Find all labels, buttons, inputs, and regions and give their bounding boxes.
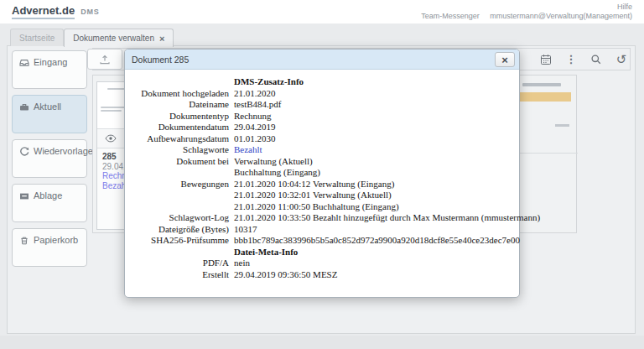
refresh-icon [19,147,29,157]
briefcase-icon [19,102,29,112]
team-messenger-link[interactable]: Team-Messenger [421,12,480,20]
upload-icon [99,55,111,65]
modal-close-button[interactable]: × [495,52,515,67]
info-values: Verwaltung (Aktuell)Buchhaltung (Eingang… [234,156,320,179]
info-label: Dokumententyp [135,111,229,122]
info-row: SHA256-Prüfsummebbb1bc789ac383996b5b5a0c… [135,235,509,247]
calendar-icon[interactable] [540,54,552,65]
bottom-strip [0,336,644,349]
product-name: DMS [80,8,99,16]
info-label: Dokument hochgeladen [135,88,229,100]
info-label: Bewegungen [135,179,229,213]
document-info-modal: Dokument 285 × DMS-Zusatz-InfoDokument h… [124,49,520,298]
sidebar-item-ablage[interactable]: Ablage [12,184,87,222]
eye-icon [105,134,117,143]
info-value: 21.01.2020 10:32:01 Verwaltung (Aktuell) [234,190,399,201]
info-values: Rechnung [234,111,272,122]
info-value: nein [234,258,250,269]
app-logo: Advernet.de [12,4,75,19]
thumbnail-placeholder-line [107,88,126,90]
info-row: Dokument hochgeladen21.01.2020 [135,88,509,100]
info-value: 29.04.2019 [234,122,276,133]
info-row: Dokument beiVerwaltung (Aktuell)Buchhalt… [135,156,509,179]
info-row: DateinametestB484.pdf [135,99,509,111]
info-value: 10317 [234,224,257,236]
info-values: nein [234,258,250,269]
archive-icon [19,191,29,201]
info-value: 29.04.2019 09:36:50 MESZ [234,269,337,281]
sidebar-item-aktuell[interactable]: Aktuell [12,95,87,133]
info-values: 21.01.2020 [234,88,276,100]
info-values: 29.04.2019 09:36:50 MESZ [234,269,337,281]
info-label: Schlagworte [135,144,229,156]
preview-text-placeholder [555,124,569,127]
app-window: Advernet.de DMS Hilfe Team-Messenger mmu… [0,0,644,349]
modal-title: Dokument 285 [132,55,189,65]
info-values: 01.01.2030 [234,133,276,145]
brand: Advernet.de DMS [12,4,100,19]
sidebar-item-wiedervorlage[interactable]: Wiedervorlage [12,139,87,178]
info-values: 21.01.2020 10:04:12 Verwaltung (Eingang)… [234,179,399,213]
info-label: Schlagwort-Log [135,212,229,224]
info-value: 01.01.2030 [234,133,276,145]
sidebar-item-papierkorb[interactable]: Papierkorb [12,228,87,267]
tab-dokumente-verwalten[interactable]: Dokumente verwalten × [64,29,174,47]
toolbar-right-icons: ⋮ ↺ [540,48,627,70]
tab-label: Startseite [19,34,55,43]
info-values: 21.01.2020 10:33:50 Bezahlt hinzugefügt … [234,212,540,224]
section-heading: DMS-Zusatz-Info [234,76,509,88]
kebab-menu-icon[interactable]: ⋮ [565,54,577,65]
info-row: Bewegungen21.01.2020 10:04:12 Verwaltung… [135,179,509,213]
sidebar-item-label: Wiedervorlage [34,146,93,156]
info-value: Rechnung [234,111,272,122]
info-value: bbb1bc789ac383996b5b5a0c852d972a9900a920… [234,235,520,247]
sidebar-item-label: Eingang [34,57,67,67]
info-value: testB484.pdf [234,99,282,111]
info-row: Erstellt29.04.2019 09:36:50 MESZ [135,269,509,281]
top-header: Advernet.de DMS Hilfe Team-Messenger mmu… [0,0,644,23]
info-label: Dateigröße (Bytes) [135,224,229,236]
info-label: PDF/A [135,258,229,269]
preview-filename-placeholder [522,83,561,86]
info-label: Dateiname [135,99,229,111]
info-label: Dokument bei [135,156,229,179]
modal-info-table: DMS-Zusatz-InfoDokument hochgeladen21.01… [125,70,519,287]
tag-link[interactable]: Bezahlt [234,144,262,156]
modal-header[interactable]: Dokument 285 [125,49,519,70]
info-values: testB484.pdf [234,99,282,111]
info-label: Aufbewahrungsdatum [135,133,229,145]
info-row: Dokumentendatum29.04.2019 [135,122,509,133]
inbox-icon [19,58,29,68]
tab-startseite[interactable]: Startseite [10,29,64,46]
section-heading: Datei-Meta-Info [234,247,509,258]
tab-close-icon[interactable]: × [159,34,164,44]
info-value: Verwaltung (Aktuell) [234,156,320,168]
sidebar-item-label: Papierkorb [34,235,78,245]
info-row: Dateigröße (Bytes)10317 [135,224,509,236]
info-values: 10317 [234,224,257,236]
trash-icon [19,236,29,246]
info-value: 21.01.2020 [234,88,276,100]
info-value: 21.01.2020 11:00:50 Buchhaltung (Eingang… [234,201,399,213]
info-value: 21.01.2020 10:04:12 Verwaltung (Eingang) [234,179,399,190]
sidebar-item-eingang[interactable]: Eingang [12,50,87,89]
info-row: PDF/Anein [135,258,509,269]
logged-in-user: mmustermann@Verwaltung(Management) [490,12,632,20]
thumbnail-placeholder-line [101,110,122,112]
sidebar-item-label: Ablage [34,190,62,201]
info-label: SHA256-Prüfsumme [135,235,229,247]
tab-bar: Startseite Dokumente verwalten × [10,28,174,46]
header-links: Hilfe Team-Messenger mmustermann@Verwalt… [413,3,632,21]
info-values: bbb1bc789ac383996b5b5a0c852d972a9900a920… [234,235,520,247]
help-link[interactable]: Hilfe [617,3,632,11]
info-value: 21.01.2020 10:33:50 Bezahlt hinzugefügt … [234,212,540,224]
upload-button[interactable] [87,49,122,70]
search-icon[interactable] [590,54,602,65]
info-values: Bezahlt [234,144,262,156]
sidebar-item-label: Aktuell [34,102,61,112]
info-row: SchlagworteBezahlt [135,144,509,156]
undo-icon[interactable]: ↺ [615,54,627,65]
info-row: Schlagwort-Log21.01.2020 10:33:50 Bezahl… [135,212,509,224]
info-value: Buchhaltung (Eingang) [234,167,320,179]
info-label: Dokumentendatum [135,122,229,133]
